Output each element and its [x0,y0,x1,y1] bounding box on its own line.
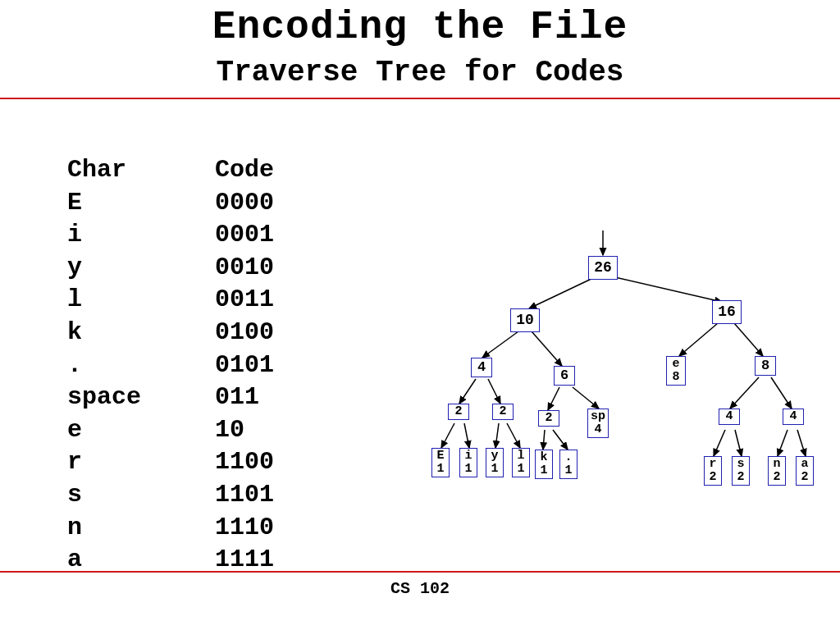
tree-edges [418,226,829,571]
th-code: Code [215,154,274,187]
table-row: s1101 [67,479,274,512]
svg-line-8 [459,379,476,404]
svg-line-3 [615,277,722,302]
leaf-y: y1 [486,448,504,477]
svg-line-22 [778,430,788,456]
leaf-char: sp [591,410,605,423]
leaf-sp: sp 4 [587,409,609,438]
cell-char: l [67,284,215,317]
leaf-freq: 2 [771,471,783,484]
svg-line-15 [464,423,469,448]
svg-line-16 [495,423,499,448]
slide-title: Encoding the File [0,5,840,49]
node-6: 6 [554,366,575,386]
cell-code: 0000 [215,187,274,220]
table-row: n1110 [67,512,274,545]
leaf-E: E1 [431,448,450,477]
leaf-char: k [538,451,550,464]
leaf-freq: 2 [735,471,746,484]
svg-line-2 [529,277,595,308]
svg-line-4 [482,331,518,358]
th-char: Char [67,154,215,187]
cell-char: n [67,512,215,545]
cell-char: k [67,317,215,349]
leaf-s: s2 [732,456,750,486]
leaf-freq: 1 [515,463,527,476]
svg-line-21 [735,430,742,456]
node-root: 26 [588,256,618,280]
cell-char: . [67,349,215,382]
table-row: space011 [67,381,274,414]
cell-code: 0001 [215,219,274,252]
leaf-char: e [669,358,682,371]
svg-line-6 [679,323,718,356]
table-row: i0001 [67,219,274,252]
node-16: 16 [712,300,742,324]
table-row: k0100 [67,317,274,349]
node-2a: 2 [448,404,469,420]
leaf-char: i [463,450,474,463]
cell-code: 1110 [215,512,274,545]
leaf-char: a [799,458,810,471]
leaf-l: l1 [512,448,530,477]
table-row: l0011 [67,284,274,317]
node-4-left: 4 [471,358,492,377]
footer-course: CS 102 [0,579,840,598]
leaf-freq: 1 [489,463,500,476]
leaf-char: s [735,458,746,471]
table-row: .0101 [67,349,274,382]
cell-char: e [67,414,215,447]
svg-line-9 [488,379,500,404]
cell-code: 011 [215,381,259,414]
leaf-char: n [771,458,783,471]
cell-code: 10 [215,414,244,447]
cell-char: s [67,479,215,512]
svg-line-18 [543,430,545,450]
table-row: E0000 [67,187,274,220]
divider-bottom [0,571,840,573]
cell-code: 0101 [215,349,274,382]
svg-line-23 [797,430,806,456]
svg-line-14 [441,423,454,448]
leaf-freq: 1 [563,464,574,477]
leaf-a: a2 [796,456,814,486]
leaf-i: i1 [459,448,477,477]
cell-code: 0010 [215,252,274,285]
leaf-freq: 1 [538,464,550,477]
svg-line-5 [532,331,562,366]
svg-line-17 [507,423,520,448]
node-4c: 4 [783,409,804,425]
slide-subtitle: Traverse Tree for Codes [0,56,840,89]
leaf-char: E [435,450,446,463]
cell-code: 0011 [215,284,274,317]
table-row: r1100 [67,446,274,479]
node-2b: 2 [492,404,514,420]
cell-code: 1100 [215,446,274,479]
cell-char: r [67,446,215,479]
leaf-k: k1 [535,450,553,479]
divider-top [0,98,840,99]
leaf-freq: 2 [707,471,719,484]
leaf-freq: 8 [669,371,682,384]
svg-line-7 [734,323,763,356]
code-table: Char Code E0000 i0001 y0010 l0011 k0100 … [67,154,274,577]
leaf-n: n2 [768,456,786,486]
leaf-r: r2 [704,456,722,486]
cell-code: 0100 [215,317,274,349]
node-10: 10 [510,308,540,332]
leaf-freq: 2 [799,471,810,484]
svg-line-10 [548,387,559,410]
cell-code: 1101 [215,479,274,512]
svg-line-13 [771,377,792,409]
leaf-char: y [489,450,500,463]
cell-char: i [67,219,215,252]
svg-line-19 [553,430,568,450]
svg-line-20 [714,430,725,456]
leaf-freq: 1 [463,463,474,476]
node-8: 8 [755,356,776,376]
node-2c: 2 [538,410,559,427]
leaf-char: . [563,451,574,464]
leaf-dot: .1 [559,450,578,479]
leaf-char: r [707,458,719,471]
leaf-char: l [515,450,527,463]
